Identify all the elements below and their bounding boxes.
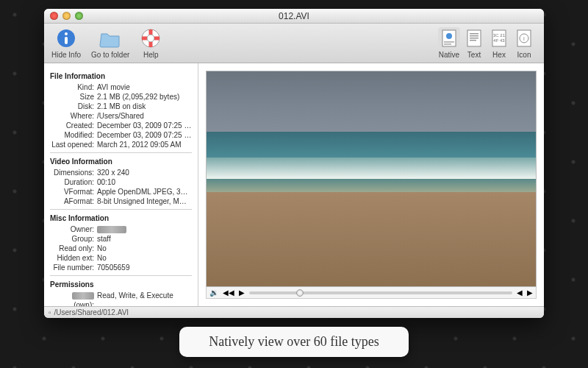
- svg-rect-11: [470, 35, 478, 37]
- svg-rect-13: [470, 40, 476, 41]
- icon-icon: i: [513, 27, 535, 49]
- svg-text:i: i: [523, 35, 525, 42]
- label: Disk:: [50, 102, 94, 111]
- value-redacted: [97, 224, 192, 234]
- step-fwd-icon[interactable]: ▶: [527, 289, 533, 297]
- go-to-folder-button[interactable]: Go to folder: [91, 27, 129, 59]
- zoom-icon[interactable]: [75, 12, 83, 20]
- play-icon[interactable]: ▶: [239, 289, 245, 297]
- toolbar-label: Text: [467, 51, 481, 59]
- label: File number:: [50, 263, 94, 272]
- label: Size: [50, 92, 94, 102]
- toolbar-label: Hex: [492, 51, 506, 59]
- value: 8-bit Unsigned Integer, M…: [97, 197, 192, 206]
- value: 2.1 MB (2,095,292 bytes): [97, 92, 192, 102]
- label: Group:: [50, 234, 94, 244]
- toolbar-label: Help: [143, 51, 159, 59]
- label: Created:: [50, 121, 94, 130]
- minimize-icon[interactable]: [62, 12, 71, 20]
- toolbar-label: Hide Info: [51, 51, 81, 59]
- toolbar-label: Icon: [517, 51, 531, 59]
- video-preview[interactable]: [206, 71, 537, 287]
- info-sidebar[interactable]: File Information Kind:AVI movie Size2.1 …: [44, 63, 198, 306]
- view-native-button[interactable]: Native: [437, 27, 462, 59]
- value: 320 x 240: [97, 168, 192, 177]
- label: Hidden ext:: [50, 253, 94, 263]
- view-text-button[interactable]: Text: [462, 27, 487, 59]
- section-title-file: File Information: [50, 72, 192, 80]
- hex-icon: 3C 214F 43: [488, 27, 510, 49]
- value: /Users/Shared: [97, 111, 192, 121]
- preview-pane: 🔉 ◀◀ ▶ ◀ ▶: [198, 63, 544, 306]
- status-path: /Users/Shared/012.AVI: [54, 308, 129, 316]
- value: No: [97, 253, 192, 263]
- window-title: 012.AVI: [279, 11, 309, 21]
- label: AFormat:: [50, 197, 94, 206]
- value: staff: [97, 234, 192, 244]
- value: December 03, 2009 07:25 PM: [97, 130, 192, 140]
- label: (own):: [50, 291, 94, 306]
- label: Dimensions:: [50, 168, 94, 177]
- section-title-video: Video Information: [50, 158, 192, 166]
- rewind-icon[interactable]: ◀◀: [223, 289, 234, 297]
- label: Kind:: [50, 82, 94, 92]
- value: December 03, 2009 07:25 PM: [97, 121, 192, 130]
- view-mode-segment: Native Text 3C 214F 43 Hex i Icon: [437, 27, 537, 59]
- label: Duration:: [50, 177, 94, 187]
- svg-rect-12: [470, 38, 478, 39]
- marketing-caption: Natively view over 60 file types: [179, 327, 408, 357]
- label: Last opened:: [50, 140, 94, 149]
- label: Modified:: [50, 130, 94, 140]
- value: 00:10: [97, 177, 192, 187]
- titlebar[interactable]: 012.AVI: [44, 9, 544, 24]
- document-icon: ▫: [49, 308, 51, 316]
- native-icon: [438, 27, 460, 49]
- app-window: 012.AVI Hide Info Go to folder Help: [44, 9, 544, 318]
- svg-point-4: [147, 35, 154, 42]
- info-icon: [55, 27, 77, 49]
- label: Read only:: [50, 244, 94, 253]
- toolbar-label: Native: [439, 51, 459, 59]
- text-icon: [463, 27, 485, 49]
- folder-icon: [99, 27, 121, 49]
- label: Owner:: [50, 224, 94, 234]
- traffic-lights: [50, 12, 83, 20]
- seek-slider[interactable]: [249, 291, 512, 294]
- toolbar: Hide Info Go to folder Help Native: [44, 24, 544, 63]
- value: Apple OpenDML JPEG, 32…: [97, 187, 192, 197]
- value: Read, Write, & Execute: [97, 291, 192, 306]
- section-title-permissions: Permissions: [50, 280, 192, 289]
- toolbar-label: Go to folder: [91, 51, 129, 59]
- label: VFormat:: [50, 187, 94, 197]
- playback-controls: 🔉 ◀◀ ▶ ◀ ▶: [206, 287, 537, 299]
- section-title-misc: Misc Information: [50, 214, 192, 222]
- view-icon-button[interactable]: i Icon: [512, 27, 537, 59]
- svg-text:3C 21: 3C 21: [493, 33, 506, 38]
- value: 2.1 MB on disk: [97, 102, 192, 111]
- label: Where:: [50, 111, 94, 121]
- svg-point-6: [446, 33, 452, 39]
- close-icon[interactable]: [50, 12, 58, 20]
- volume-icon[interactable]: 🔉: [209, 289, 218, 297]
- svg-rect-8: [444, 43, 451, 45]
- value: AVI movie: [97, 82, 192, 92]
- svg-rect-7: [444, 41, 454, 43]
- svg-text:4F 43: 4F 43: [493, 38, 505, 43]
- lifebuoy-icon: [140, 27, 162, 49]
- status-bar: ▫ /Users/Shared/012.AVI: [44, 306, 544, 318]
- svg-rect-1: [65, 37, 68, 44]
- view-hex-button[interactable]: 3C 214F 43 Hex: [487, 27, 512, 59]
- seek-thumb[interactable]: [296, 289, 304, 297]
- value: March 21, 2012 09:05 AM: [97, 140, 192, 149]
- value: 70505659: [97, 263, 192, 272]
- step-back-icon[interactable]: ◀: [517, 289, 523, 297]
- value: No: [97, 244, 192, 253]
- svg-rect-10: [470, 33, 478, 35]
- hide-info-button[interactable]: Hide Info: [51, 27, 81, 59]
- help-button[interactable]: Help: [140, 27, 162, 59]
- svg-point-2: [65, 32, 68, 35]
